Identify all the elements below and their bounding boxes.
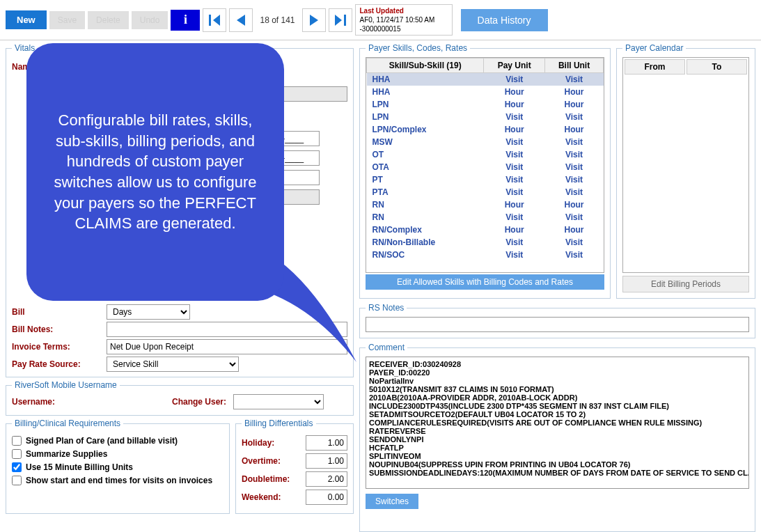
- username-label: Username:: [12, 397, 61, 407]
- new-button[interactable]: New: [6, 10, 47, 29]
- table-row[interactable]: OTVisitVisit: [367, 148, 604, 161]
- fifteen-min-checkbox[interactable]: [12, 462, 22, 472]
- callout-bubble: Configurable bill rates, skills, sub-ski…: [26, 43, 284, 301]
- skills-table[interactable]: Skill/Sub-Skill (19) Pay Unit Bill Unit …: [366, 57, 604, 273]
- signed-plan-row[interactable]: Signed Plan of Care (and billable visit): [12, 436, 223, 446]
- col-from[interactable]: From: [625, 59, 685, 75]
- summarize-row[interactable]: Summarize Supplies: [12, 449, 223, 459]
- table-row[interactable]: LPNVisitVisit: [367, 111, 604, 123]
- table-row[interactable]: MSWVisitVisit: [367, 136, 604, 148]
- toolbar: New Save Delete Undo i 18 of 141 Last Up…: [0, 0, 761, 40]
- bill-period-label-partial: Bill: [12, 307, 102, 317]
- summarize-label: Summarize Supplies: [26, 449, 107, 459]
- col-to[interactable]: To: [687, 59, 747, 75]
- summarize-checkbox[interactable]: [12, 449, 22, 459]
- bill-period-unit-select[interactable]: Days: [107, 304, 190, 320]
- col-pay[interactable]: Pay Unit: [484, 58, 545, 73]
- bill-notes-label: Bill Notes:: [12, 324, 102, 334]
- overtime-input[interactable]: [306, 453, 347, 469]
- table-row[interactable]: RNHourHour: [367, 198, 604, 211]
- nav-prev-button[interactable]: [229, 8, 253, 32]
- calendar-table[interactable]: From To: [622, 57, 749, 273]
- prev-icon: [233, 12, 249, 29]
- callout-text: Configurable bill rates, skills, sub-ski…: [45, 110, 266, 234]
- table-row[interactable]: PTAVisitVisit: [367, 186, 604, 198]
- change-user-label: Change User:: [172, 397, 226, 407]
- table-row[interactable]: RN/ComplexHourHour: [367, 224, 604, 236]
- billing-differentials-group: Billing Differentials Holiday: Overtime:…: [235, 418, 354, 514]
- col-bill[interactable]: Bill Unit: [545, 58, 604, 73]
- differentials-legend: Billing Differentials: [242, 418, 316, 428]
- table-row[interactable]: RN/SOCVisitVisit: [367, 249, 604, 261]
- weekend-label: Weekend:: [242, 492, 281, 502]
- delete-button: Delete: [88, 11, 129, 29]
- table-row[interactable]: RN/Non-BillableVisitVisit: [367, 236, 604, 249]
- signed-plan-label: Signed Plan of Care (and billable visit): [26, 436, 178, 446]
- mobile-legend: RiverSoft Mobile Username: [12, 380, 120, 390]
- last-updated-title: Last Updated: [360, 6, 448, 15]
- last-updated-line1: AF0, 11/24/17 10:50 AM: [360, 15, 448, 24]
- rs-notes-input[interactable]: [366, 317, 749, 332]
- undo-button: Undo: [132, 11, 168, 29]
- holiday-input[interactable]: [306, 435, 347, 451]
- skills-legend: Payer Skills, Codes, Rates: [366, 43, 470, 53]
- holiday-label: Holiday:: [242, 438, 274, 448]
- show-times-label: Show start and end times for visits on i…: [26, 476, 212, 485]
- table-row[interactable]: PTVisitVisit: [367, 173, 604, 186]
- pay-rate-source-label: Pay Rate Source:: [12, 359, 102, 369]
- nav-last-button[interactable]: [329, 8, 352, 32]
- rs-notes-group: RS Notes: [359, 303, 755, 338]
- table-row[interactable]: HHAHourHour: [367, 86, 604, 98]
- comment-group: Comment RECEIVER_ID:030240928 PAYER_ID:0…: [359, 343, 755, 532]
- last-icon: [332, 12, 349, 29]
- change-user-select[interactable]: [233, 394, 324, 409]
- signed-plan-checkbox[interactable]: [12, 436, 22, 446]
- nav-next-button[interactable]: [302, 8, 326, 32]
- fifteen-min-row[interactable]: Use 15 Minute Billing Units: [12, 462, 223, 472]
- requirements-legend: Billing/Clinical Requirements: [12, 418, 123, 428]
- pay-rate-source-select[interactable]: Service Skill: [107, 357, 239, 372]
- page-counter: 18 of 141: [260, 15, 295, 25]
- invoice-terms-label: Invoice Terms:: [12, 342, 102, 352]
- edit-billing-periods-button[interactable]: Edit Billing Periods: [622, 276, 749, 292]
- calendar-legend: Payer Calendar: [622, 43, 686, 53]
- table-row[interactable]: LPN/ComplexHourHour: [367, 123, 604, 136]
- col-skill[interactable]: Skill/Sub-Skill (19): [367, 58, 484, 73]
- save-button: Save: [49, 11, 85, 29]
- table-row[interactable]: OTAVisitVisit: [367, 161, 604, 173]
- last-updated-line2: -3000000015: [360, 24, 448, 33]
- edit-skills-button[interactable]: Edit Allowed Skills with Billing Codes a…: [366, 274, 604, 290]
- table-row[interactable]: RNVisitVisit: [367, 211, 604, 224]
- next-icon: [306, 12, 322, 29]
- show-times-checkbox[interactable]: [12, 476, 22, 485]
- table-row[interactable]: LPNHourHour: [367, 98, 604, 111]
- table-row[interactable]: HHAVisitVisit: [367, 73, 604, 86]
- doubletime-input[interactable]: [306, 471, 347, 487]
- data-history-button[interactable]: Data History: [461, 9, 548, 31]
- first-icon: [206, 12, 223, 29]
- billing-requirements-group: Billing/Clinical Requirements Signed Pla…: [6, 418, 230, 514]
- comment-textarea[interactable]: RECEIVER_ID:030240928 PAYER_ID:00220 NoP…: [366, 357, 749, 489]
- switches-button[interactable]: Switches: [366, 494, 418, 509]
- payer-skills-group: Payer Skills, Codes, Rates Skill/Sub-Ski…: [359, 43, 611, 299]
- nav-first-button[interactable]: [203, 8, 226, 32]
- payer-calendar-group: Payer Calendar From To Edit Billing Peri…: [616, 43, 755, 299]
- show-times-row[interactable]: Show start and end times for visits on i…: [12, 476, 223, 485]
- last-updated-box: Last Updated AF0, 11/24/17 10:50 AM -300…: [355, 4, 453, 36]
- fifteen-min-label: Use 15 Minute Billing Units: [26, 462, 133, 472]
- doubletime-label: Doubletime:: [242, 474, 290, 484]
- overtime-label: Overtime:: [242, 456, 281, 466]
- weekend-input[interactable]: [306, 490, 347, 505]
- mobile-username-group: RiverSoft Mobile Username Username: Chan…: [6, 380, 354, 416]
- info-button[interactable]: i: [171, 10, 200, 31]
